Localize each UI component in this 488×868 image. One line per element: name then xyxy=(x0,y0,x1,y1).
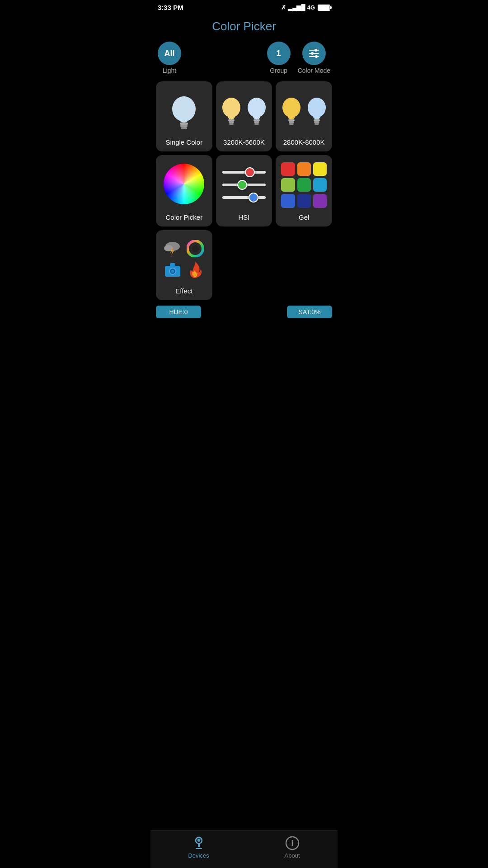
hsi-card[interactable]: HSI xyxy=(216,155,272,226)
svg-rect-12 xyxy=(229,121,234,123)
dual-bulb-container-1 xyxy=(220,87,269,135)
cool-bulb-icon xyxy=(245,94,268,128)
gel-cell-red xyxy=(281,162,295,176)
all-circle: All xyxy=(158,42,181,65)
gel-color-grid xyxy=(279,160,328,210)
color-wheel-svg xyxy=(187,240,204,257)
svg-point-10 xyxy=(222,98,240,118)
svg-rect-19 xyxy=(288,119,295,121)
status-icons: ✗ ▂▄▆█ 4G xyxy=(281,4,330,11)
page-title: Color Picker xyxy=(150,15,338,42)
svg-rect-7 xyxy=(180,123,188,125)
network-label: 4G xyxy=(307,4,315,11)
single-color-bulb-container xyxy=(160,87,209,135)
gel-cell-orange xyxy=(297,162,311,176)
svg-point-18 xyxy=(282,98,300,118)
time: 3:33 PM xyxy=(158,4,183,11)
gel-label: Gel xyxy=(299,213,309,221)
right-controls: 1 Group Color Mode xyxy=(267,42,330,74)
color-picker-label: Color Picker xyxy=(165,213,202,221)
svg-point-30 xyxy=(192,245,199,252)
light-label: Light xyxy=(163,67,176,74)
hsi-blue-track xyxy=(222,196,266,199)
hsi-green-row xyxy=(222,181,266,189)
color-wheel xyxy=(164,164,204,204)
svg-point-35 xyxy=(171,270,174,273)
gel-cell-lime xyxy=(281,178,295,192)
svg-point-22 xyxy=(308,98,326,118)
color-mode-label: Color Mode xyxy=(298,67,330,74)
svg-rect-24 xyxy=(314,121,319,123)
effect-fire-icon xyxy=(186,261,205,279)
bottom-status-bar: HUE:0 SAT:0% xyxy=(150,304,338,320)
svg-rect-25 xyxy=(314,123,319,125)
sat-chip: SAT:0% xyxy=(287,306,332,318)
warm-bulb-icon-2 xyxy=(280,94,303,128)
storm-svg xyxy=(164,240,181,257)
group-label: Group xyxy=(270,67,287,74)
battery-icon xyxy=(318,5,330,11)
svg-point-5 xyxy=(315,55,318,58)
color-wheel-container xyxy=(160,160,209,210)
svg-rect-21 xyxy=(289,123,294,125)
svg-rect-32 xyxy=(170,263,175,267)
gel-cell-purple xyxy=(313,194,327,208)
single-color-label: Single Color xyxy=(165,138,202,146)
hsi-sliders-container xyxy=(220,160,269,210)
svg-rect-23 xyxy=(314,119,320,121)
hsi-blue-row xyxy=(222,194,266,201)
hsi-label: HSI xyxy=(238,213,249,221)
3200k-5600k-label: 3200K-5600K xyxy=(223,138,265,146)
warm-bulb-icon xyxy=(220,94,243,128)
svg-rect-13 xyxy=(229,123,234,125)
2800k-8000k-card[interactable]: 2800K-8000K xyxy=(276,81,332,151)
svg-rect-16 xyxy=(254,121,259,123)
single-bulb-icon xyxy=(168,92,200,130)
effect-label: Effect xyxy=(175,287,192,295)
all-light-button[interactable]: All Light xyxy=(158,42,181,74)
gel-cell-blue xyxy=(281,194,295,208)
svg-point-14 xyxy=(248,98,266,118)
effect-camera-icon xyxy=(163,261,182,279)
svg-point-1 xyxy=(314,49,317,52)
hsi-red-row xyxy=(222,169,266,176)
effect-storm-icon xyxy=(163,240,182,257)
2800k-8000k-label: 2800K-8000K xyxy=(283,138,325,146)
single-color-card[interactable]: Single Color xyxy=(156,81,212,151)
signal-icon: ▂▄▆█ xyxy=(288,4,305,11)
cool-bulb-icon-2 xyxy=(305,94,328,128)
svg-rect-8 xyxy=(180,125,188,127)
gel-cell-darkblue xyxy=(297,194,311,208)
svg-rect-20 xyxy=(289,121,294,123)
effect-color-icon xyxy=(186,240,205,257)
svg-rect-9 xyxy=(181,127,187,129)
top-controls: All Light 1 Group Color Mo xyxy=(150,42,338,81)
group-circle: 1 xyxy=(267,42,291,65)
group-button[interactable]: 1 Group xyxy=(267,42,291,74)
gel-card[interactable]: Gel xyxy=(276,155,332,226)
3200k-5600k-card[interactable]: 3200K-5600K xyxy=(216,81,272,151)
gel-cell-cyan xyxy=(313,178,327,192)
hsi-blue-thumb xyxy=(249,193,258,203)
gel-cell-green xyxy=(297,178,311,192)
hsi-red-track xyxy=(222,171,266,174)
dual-bulb-container-2 xyxy=(279,87,328,135)
svg-rect-11 xyxy=(228,119,235,121)
hue-chip: HUE:0 xyxy=(156,306,201,318)
bluetooth-icon: ✗ xyxy=(281,4,286,11)
color-picker-card[interactable]: Color Picker xyxy=(156,155,212,226)
svg-rect-15 xyxy=(253,119,260,121)
svg-rect-17 xyxy=(254,123,259,125)
effect-card[interactable]: Effect xyxy=(156,230,212,300)
svg-point-3 xyxy=(311,52,314,55)
fire-svg xyxy=(187,261,203,279)
sliders-icon xyxy=(309,49,319,58)
status-bar: 3:33 PM ✗ ▂▄▆█ 4G xyxy=(150,0,338,15)
camera-svg xyxy=(164,262,181,278)
mode-grid: Single Color 3200K-5600K xyxy=(150,81,338,300)
color-mode-button[interactable]: Color Mode xyxy=(298,42,330,74)
hsi-green-thumb xyxy=(237,180,247,190)
svg-point-6 xyxy=(172,96,196,122)
gel-cell-yellow xyxy=(313,162,327,176)
color-mode-circle xyxy=(302,42,326,65)
